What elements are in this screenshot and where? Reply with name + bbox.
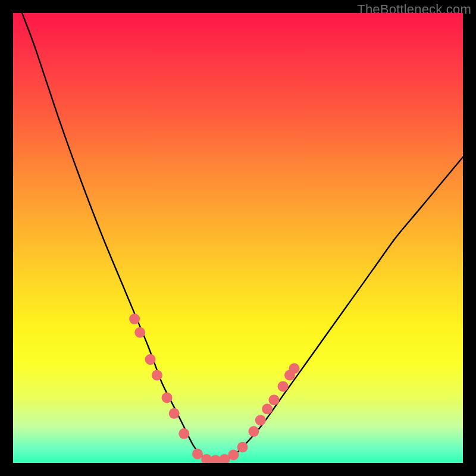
data-marker [145, 354, 156, 365]
data-marker [169, 408, 180, 419]
data-marker [192, 449, 203, 459]
data-marker [255, 415, 266, 425]
chart-svg [13, 13, 463, 463]
data-marker [262, 403, 273, 414]
data-marker [228, 449, 239, 460]
data-marker [134, 327, 145, 338]
data-marker [152, 370, 162, 381]
data-marker [178, 428, 189, 439]
bottleneck-curve [22, 13, 463, 461]
data-marker [248, 426, 259, 437]
data-marker [268, 394, 279, 405]
data-marker [278, 381, 289, 392]
plot-area [13, 13, 463, 463]
chart-container: TheBottleneck.com [0, 0, 476, 476]
data-markers [129, 314, 299, 463]
data-marker [201, 454, 212, 463]
data-marker [162, 392, 173, 403]
data-marker [237, 442, 248, 453]
data-marker [289, 363, 300, 374]
data-marker [129, 314, 140, 324]
